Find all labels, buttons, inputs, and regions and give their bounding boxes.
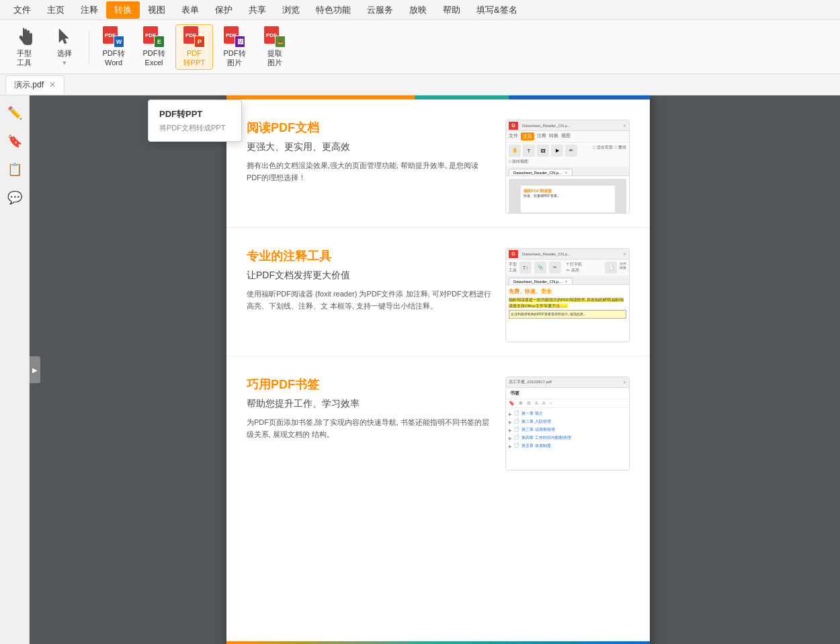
tab-bar: 演示.pdf ✕ [0, 74, 840, 95]
dropdown-desc: 将PDF文档转成PPT [149, 122, 241, 137]
bm-item-3: ▶ 📄 第三章 试用期管理 [509, 426, 626, 434]
mock-btn-edit: ✏ [565, 145, 577, 157]
pdf-section-read: 阅读PDF文档 更强大、更实用、更高效 拥有出色的文档渲染效果,强大的页面管理功… [226, 99, 650, 228]
mock-toolbar-1: ✋ T 🖼 ▶ ✏ □ 适合页面 □ 重排 □ 旋转视图 [506, 143, 629, 167]
section1-body: 拥有出色的文档渲染效果,强大的页面管理功能, 帮助提升效率, 是您阅读PDF的理… [247, 160, 492, 184]
pdf-to-image-button[interactable]: PDF 🖼 PDF转图片 [216, 24, 253, 70]
mock-bm-icon3: ⊞ [527, 401, 531, 406]
pdf-section-annotate: 专业的注释工具 让PDF文档发挥更大价值 使用福昕PDF阅读器 (foxit r… [226, 228, 650, 356]
pdf-ppt-label: PDF转PPT [183, 49, 205, 67]
mock-titlebar-1: G Datasheet_Reader_CN.p... ✕ [506, 120, 629, 131]
mock-tabbar-2: Datasheet_Reader_CN.p... ✕ [506, 276, 629, 285]
mock-btn-hand: ✋ [509, 145, 521, 157]
section2-image: G Datasheet_Reader_CN.p... ✕ 手型工具 T↑ 📎 ✏… [505, 248, 630, 342]
bm-text-3: 第三章 试用期管理 [521, 427, 555, 433]
menu-sign[interactable]: 填写&签名 [468, 1, 526, 19]
mock-ann-4: 📄 [605, 261, 617, 274]
menu-form[interactable]: 表单 [173, 1, 207, 19]
hand-tool-button[interactable]: 手型工具 [5, 24, 43, 70]
pdf-word-icon: PDF W [101, 26, 126, 48]
topbar-teal [415, 95, 509, 99]
menu-protect[interactable]: 保护 [207, 1, 241, 19]
pdf-page: 阅读PDF文档 更强大、更实用、更高效 拥有出色的文档渲染效果,强大的页面管理功… [226, 95, 650, 644]
mock-content-2: 免费、快速、安全 福昕阅读器是一款功能强大的PDF阅读软件,具有如此鲜明,福昕阅… [506, 285, 629, 321]
mock-comment: 企业和政府机构的PDF查看需求而设计, 提现品质... [509, 310, 626, 319]
section1-image: G Datasheet_Reader_CN.p... ✕ 文件 主页 注释 转换… [505, 120, 630, 214]
section1-subheading: 更强大、更实用、更高效 [247, 141, 492, 153]
pdf-bottom-colorbar [226, 641, 650, 644]
bookmark-tree: ▶ 📄 第一章 简介 ▶ 📄 第二章 入职管理 ▶ [506, 408, 629, 451]
mock-toolbar-2: 手型工具 T↑ 📎 ✏ T 打字机✏ 高亮 📄 文件转换 [506, 259, 629, 276]
select-tool-label: 选择▼ [57, 49, 72, 67]
mock-logo-2: G [509, 250, 518, 258]
pdf-image-icon: PDF 🖼 [222, 26, 247, 48]
menu-view[interactable]: 视图 [140, 1, 173, 19]
bm-text-4: 第四章 工作时间与勤勤管理 [521, 435, 571, 441]
extract-label: 提取图片 [267, 49, 282, 67]
bm-text-5: 第五章 休假制度 [521, 443, 551, 449]
mock-bm-header: 员工手册_20120917.pdf ✕ [506, 377, 629, 388]
pdf-excel-label: PDF转Excel [143, 49, 165, 67]
select-icon [52, 26, 77, 48]
extract-image-icon: PDF 📤 [263, 26, 287, 48]
mock-bm-icon1: 🔖 [509, 401, 515, 406]
menu-help[interactable]: 帮助 [435, 1, 468, 19]
tab-close-icon[interactable]: ✕ [49, 80, 56, 89]
menu-share[interactable]: 共享 [241, 1, 274, 19]
mock-app-2: G Datasheet_Reader_CN.p... ✕ 手型工具 T↑ 📎 ✏… [506, 249, 629, 341]
mock-tab-2: Datasheet_Reader_CN.p... ✕ [509, 278, 573, 284]
section2-body: 使用福昕PDF阅读器 (foxit reader) 为PDF文件添 加注释, 可… [247, 288, 492, 312]
mock-bm-icon4: A [535, 401, 538, 406]
mock-bm-icon5: A [542, 401, 546, 406]
menu-home[interactable]: 主页 [39, 1, 73, 19]
sidebar-edit-icon[interactable]: ✏️ [3, 101, 27, 125]
main-content: ▶ 阅读PDF文档 更强大、更实用、更高效 拥有出色的文档渲染效果,强大的页面管… [30, 95, 840, 644]
sidebar-bookmark-icon[interactable]: 🔖 [3, 129, 27, 153]
pdf-excel-icon: PDF E [142, 26, 166, 48]
mock-bm-icon6: ¬ [549, 401, 552, 406]
mock-btn-img: 🖼 [537, 145, 549, 157]
tab-filename: 演示.pdf [14, 79, 44, 91]
mock-bm-icon2: ✤ [519, 401, 523, 406]
mock-titlebar-2: G Datasheet_Reader_CN.p... ✕ [506, 249, 629, 259]
section3-image: 员工手册_20120917.pdf ✕ 书签 🔖 ✤ ⊞ A A ¬ [505, 376, 630, 471]
section1-text: 阅读PDF文档 更强大、更实用、更高效 拥有出色的文档渲染效果,强大的页面管理功… [247, 120, 492, 214]
section2-subheading: 让PDF文档发挥更大价值 [247, 270, 492, 282]
bm-item-4: ▶ 📄 第四章 工作时间与勤勤管理 [509, 434, 626, 442]
mock-tabbar-1: Datasheet_Reader_CN.p... ✕ [506, 167, 629, 176]
menu-browse[interactable]: 浏览 [274, 1, 308, 19]
pdf-to-word-button[interactable]: PDF W PDF转Word [95, 24, 132, 70]
sidebar-comment-icon[interactable]: 💬 [3, 186, 27, 210]
extract-image-button[interactable]: PDF 📤 提取图片 [256, 24, 294, 70]
toolbar-separator [89, 30, 89, 64]
file-tab[interactable]: 演示.pdf ✕ [5, 75, 65, 94]
left-sidebar: ✏️ 🔖 📋 💬 [0, 95, 30, 644]
menu-present[interactable]: 放映 [401, 1, 435, 19]
menu-annotate[interactable]: 注释 [73, 1, 106, 19]
pdf-top-colorbar [226, 95, 650, 99]
section3-subheading: 帮助您提升工作、学习效率 [247, 398, 492, 410]
menu-bar: 文件 主页 注释 转换 视图 表单 保护 共享 浏览 特色功能 云服务 放映 帮… [0, 0, 840, 20]
pdf-ppt-icon: PDF P [182, 26, 206, 48]
hand-tool-label: 手型工具 [17, 49, 32, 67]
sidebar-pages-icon[interactable]: 📋 [3, 157, 27, 182]
topbar-blue [509, 95, 650, 99]
collapse-button[interactable]: ▶ [30, 356, 40, 383]
select-tool-button[interactable]: 选择▼ [46, 24, 83, 70]
mock-btn-next: ▶ [551, 145, 563, 157]
pdf-to-excel-button[interactable]: PDF E PDF转Excel [135, 24, 173, 70]
mock-free-title: 免费、快速、安全 [509, 288, 626, 295]
bm-item-1: ▶ 📄 第一章 简介 [509, 409, 626, 417]
menu-special[interactable]: 特色功能 [308, 1, 359, 19]
mock-highlighted-text: 福昕阅读器是一款功能强大的PDF阅读软件,具有如此鲜明,福昕阅读器支持Offic… [509, 298, 624, 307]
section2-text: 专业的注释工具 让PDF文档发挥更大价值 使用福昕PDF阅读器 (foxit r… [247, 248, 492, 342]
mock-ann-2: 📎 [534, 261, 546, 274]
menu-file[interactable]: 文件 [5, 1, 39, 19]
mock-bm-title: 书签 [506, 388, 629, 399]
collapse-icon: ▶ [32, 366, 38, 374]
bm-text-2: 第二章 入职管理 [521, 419, 551, 425]
pdf-to-ppt-button[interactable]: PDF P PDF转PPT [175, 24, 213, 70]
menu-cloud[interactable]: 云服务 [359, 1, 401, 19]
menu-convert[interactable]: 转换 [106, 1, 140, 19]
mock-menu-1: 文件 主页 注释 转换 视图 [506, 131, 629, 143]
